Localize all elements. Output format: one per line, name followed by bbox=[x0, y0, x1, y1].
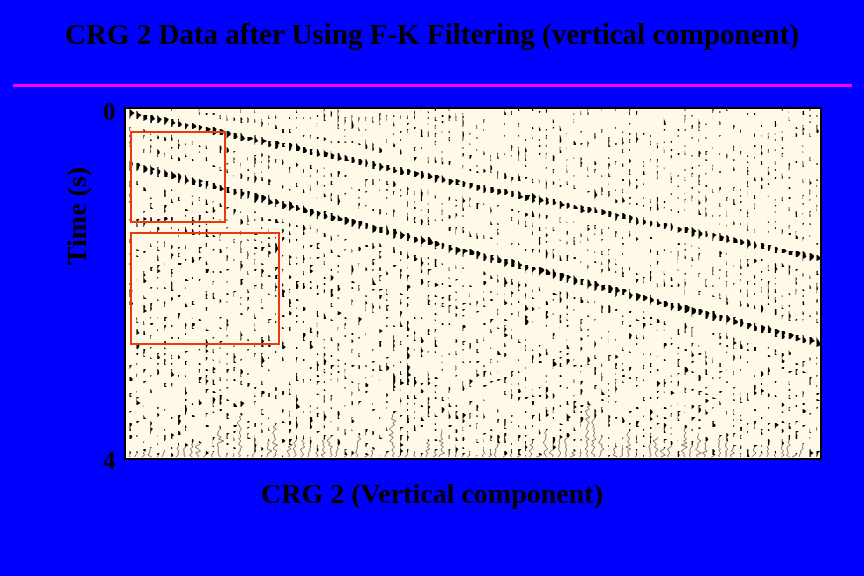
y-tick-top: 0 bbox=[103, 98, 116, 126]
title-underline bbox=[13, 84, 852, 87]
highlight-box-upper bbox=[130, 131, 226, 223]
seismic-plot bbox=[124, 107, 822, 460]
y-tick-bottom: 4 bbox=[103, 447, 116, 475]
x-axis-label: CRG 2 (Vertical component) bbox=[0, 478, 864, 510]
slide-title: CRG 2 Data after Using F-K Filtering (ve… bbox=[0, 18, 864, 51]
y-axis-label: Time (s) bbox=[61, 167, 93, 265]
highlight-box-lower bbox=[130, 232, 280, 345]
